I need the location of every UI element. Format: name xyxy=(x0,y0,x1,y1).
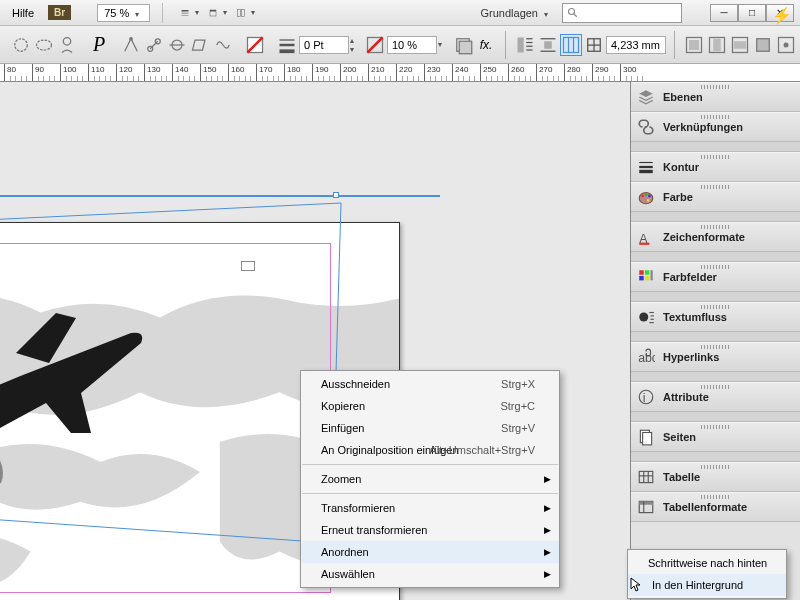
svg-rect-62 xyxy=(645,270,650,275)
cm-arrange[interactable]: Anordnen▶ xyxy=(301,541,559,563)
svg-rect-1 xyxy=(182,12,189,14)
no-stroke-icon[interactable] xyxy=(364,34,386,56)
svg-rect-76 xyxy=(639,471,653,482)
top-menu-bar: Hilfe Br 75 % Grundlagen ─ □ ✕ xyxy=(0,0,800,26)
panel-attributes[interactable]: iAttribute xyxy=(631,382,800,412)
svg-rect-75 xyxy=(643,433,652,445)
svg-point-57 xyxy=(648,195,651,198)
panel-color[interactable]: Farbe xyxy=(631,182,800,212)
panel-label: Tabellenformate xyxy=(663,501,747,513)
panel-charstyle[interactable]: AZeichenformate xyxy=(631,222,800,252)
view-options-icon[interactable] xyxy=(180,3,200,23)
opacity-field[interactable]: 10 % xyxy=(387,36,437,54)
screen-mode-icon[interactable] xyxy=(208,3,228,23)
bridge-button[interactable]: Br xyxy=(48,5,71,20)
airplane-graphic xyxy=(0,283,161,483)
sm-send-to-back[interactable]: In den Hintergrund xyxy=(628,574,786,596)
sm-step-backward[interactable]: Schrittweise nach hinten xyxy=(628,552,786,574)
svg-point-9 xyxy=(15,38,28,51)
textwrap-icon xyxy=(637,308,655,326)
panel-hyperlinks[interactable]: abcHyperlinks xyxy=(631,342,800,372)
svg-rect-27 xyxy=(518,37,524,52)
svg-point-7 xyxy=(569,8,575,14)
type-tool-icon[interactable]: P xyxy=(88,34,110,56)
svg-rect-44 xyxy=(734,41,747,49)
svg-rect-5 xyxy=(238,9,241,16)
panel-label: Tabelle xyxy=(663,471,700,483)
svg-rect-81 xyxy=(639,501,653,504)
minimize-button[interactable]: ─ xyxy=(710,4,738,22)
svg-rect-26 xyxy=(459,41,472,54)
quick-apply-icon[interactable]: ⚡ xyxy=(772,6,792,25)
cm-cut[interactable]: AusschneidenStrg+X xyxy=(301,373,559,395)
cm-select[interactable]: Auswählen▶ xyxy=(301,563,559,585)
tool-icon[interactable] xyxy=(166,34,188,56)
panel-label: Farbfelder xyxy=(663,271,717,283)
svg-point-11 xyxy=(63,37,71,45)
layers-icon xyxy=(637,88,655,106)
cm-transform-again[interactable]: Erneut transformieren▶ xyxy=(301,519,559,541)
svg-text:abc: abc xyxy=(638,351,655,365)
zoom-level-dropdown[interactable]: 75 % xyxy=(97,4,150,22)
panel-textwrap[interactable]: Textumfluss xyxy=(631,302,800,332)
svg-rect-35 xyxy=(564,37,579,52)
svg-point-55 xyxy=(641,195,644,198)
panel-tablefmt[interactable]: Tabellenformate xyxy=(631,492,800,522)
swatches-icon xyxy=(637,268,655,286)
workspace-dropdown[interactable]: Grundlagen xyxy=(475,5,555,21)
svg-point-10 xyxy=(37,40,52,50)
panel-label: Verknüpfungen xyxy=(663,121,743,133)
fit-icon[interactable] xyxy=(683,34,705,56)
tool-icon[interactable] xyxy=(10,34,32,56)
no-fill-icon[interactable] xyxy=(244,34,266,56)
wrap-icon[interactable] xyxy=(514,34,536,56)
panel-table[interactable]: Tabelle xyxy=(631,462,800,492)
fit-icon[interactable] xyxy=(752,34,774,56)
search-input[interactable] xyxy=(562,3,682,23)
cm-copy[interactable]: KopierenStrg+C xyxy=(301,395,559,417)
maximize-button[interactable]: □ xyxy=(738,4,766,22)
effects-icon[interactable] xyxy=(452,34,474,56)
cm-paste-in-place[interactable]: An Originalposition einfügenAlt+Umschalt… xyxy=(301,439,559,461)
table-icon xyxy=(637,468,655,486)
tool-icon[interactable] xyxy=(212,34,234,56)
fit-icon[interactable] xyxy=(729,34,751,56)
wrap-icon[interactable] xyxy=(560,34,582,56)
panel-layers[interactable]: Ebenen xyxy=(631,82,800,112)
panel-label: Kontur xyxy=(663,161,699,173)
arrange-submenu: Schrittweise nach hinten In den Hintergr… xyxy=(627,549,787,599)
cm-paste[interactable]: EinfügenStrg+V xyxy=(301,417,559,439)
arrange-docs-icon[interactable] xyxy=(236,3,256,23)
panel-swatches[interactable]: Farbfelder xyxy=(631,262,800,292)
svg-rect-65 xyxy=(651,270,653,280)
tool-icon[interactable] xyxy=(33,34,55,56)
tool-icon[interactable] xyxy=(56,34,78,56)
fx-icon[interactable]: fx. xyxy=(475,34,497,56)
fit-icon[interactable] xyxy=(706,34,728,56)
selection-handle[interactable] xyxy=(333,192,339,198)
tool-icon[interactable] xyxy=(189,34,211,56)
panel-label: Hyperlinks xyxy=(663,351,719,363)
panel-links[interactable]: Verknüpfungen xyxy=(631,112,800,142)
wrap-icon[interactable] xyxy=(537,34,559,56)
svg-rect-4 xyxy=(210,10,216,12)
svg-rect-45 xyxy=(757,38,770,51)
cm-transform[interactable]: Transformieren▶ xyxy=(301,497,559,519)
hyperlinks-icon: abc xyxy=(637,348,655,366)
svg-rect-32 xyxy=(544,41,552,49)
tablefmt-icon xyxy=(637,498,655,516)
panel-stroke[interactable]: Kontur xyxy=(631,152,800,182)
stroke-weight-field[interactable]: 0 Pt xyxy=(299,36,349,54)
panel-label: Seiten xyxy=(663,431,696,443)
fit-icon[interactable] xyxy=(775,34,797,56)
panel-pages[interactable]: Seiten xyxy=(631,422,800,452)
tool-icon[interactable] xyxy=(120,34,142,56)
tool-icon[interactable] xyxy=(143,34,165,56)
help-menu[interactable]: Hilfe xyxy=(6,5,40,21)
text-thread-icon[interactable] xyxy=(241,261,255,271)
control-panel-bar: P 0 Pt ▴▾ 10 % ▾ fx. 4,233 mm xyxy=(0,26,800,64)
horizontal-ruler[interactable]: 8090100110120130140150160170180190200210… xyxy=(0,64,800,82)
panel-label: Ebenen xyxy=(663,91,703,103)
cm-zoom[interactable]: Zoomen▶ xyxy=(301,468,559,490)
size-field[interactable]: 4,233 mm xyxy=(606,36,666,54)
